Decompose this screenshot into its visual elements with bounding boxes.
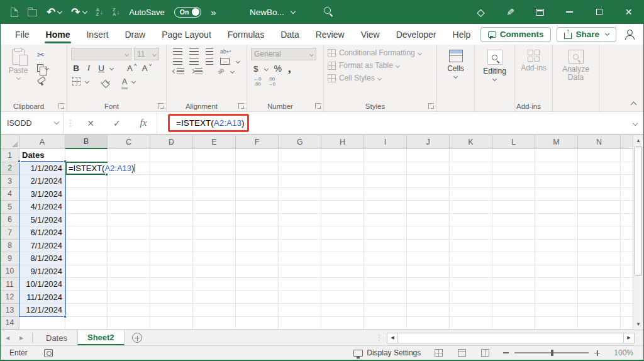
sort-ascending-icon[interactable]: AZ↓ — [96, 6, 103, 18]
cell-L5[interactable] — [492, 201, 535, 214]
maximize-button[interactable] — [584, 0, 614, 24]
cell-H2[interactable] — [321, 162, 364, 175]
row-header-2[interactable]: 2 — [1, 162, 19, 175]
cell-H6[interactable] — [321, 214, 364, 227]
cell-H7[interactable] — [321, 226, 364, 240]
cell-D7[interactable] — [150, 226, 193, 240]
zoom-level[interactable]: 100% — [614, 348, 633, 357]
cell-N7[interactable] — [578, 226, 621, 240]
cell-B6[interactable] — [65, 214, 108, 227]
cell-A14[interactable] — [19, 317, 65, 330]
scroll-right-icon[interactable]: ▶ — [623, 333, 635, 343]
comma-style-button[interactable] — [288, 65, 291, 72]
cell-F6[interactable] — [236, 214, 279, 227]
cell-H4[interactable] — [321, 188, 364, 201]
cell-I2[interactable] — [364, 162, 407, 175]
number-format-select[interactable]: General — [251, 48, 316, 60]
sheet-next-icon[interactable]: ▶ — [14, 330, 28, 345]
cell-I6[interactable] — [364, 214, 407, 227]
select-all-corner[interactable] — [1, 135, 19, 149]
cell-F5[interactable] — [236, 201, 279, 214]
cell-C7[interactable] — [108, 226, 150, 240]
cell-J11[interactable] — [407, 278, 450, 291]
cell-K12[interactable] — [450, 291, 492, 304]
cell-A10[interactable]: 9/1/2024 — [19, 265, 65, 279]
percent-button[interactable]: % — [274, 64, 282, 74]
ribbon-display-options-icon[interactable] — [525, 0, 555, 24]
number-dialog-launcher-icon[interactable] — [315, 103, 321, 109]
scroll-up-icon[interactable]: ▲ — [633, 135, 643, 146]
cell-E9[interactable] — [193, 252, 236, 265]
alignment-dialog-launcher-icon[interactable] — [238, 103, 244, 109]
ribbon-tab-insert[interactable]: Insert — [78, 24, 116, 45]
cell-F9[interactable] — [236, 252, 279, 265]
name-box[interactable]: ISODD — [1, 112, 64, 134]
cell-N14[interactable] — [578, 317, 621, 330]
cells-button[interactable]: Cells — [441, 48, 470, 78]
cell-D13[interactable] — [150, 304, 193, 317]
cell-B7[interactable] — [65, 226, 108, 240]
cell-M10[interactable] — [535, 265, 578, 279]
cell-I1[interactable] — [364, 149, 407, 162]
column-header-N[interactable]: N — [578, 135, 621, 149]
cell-I13[interactable] — [364, 304, 407, 317]
formula-input[interactable]: =ISTEXT(A2:A13) — [157, 112, 627, 134]
cell-J7[interactable] — [407, 226, 450, 240]
cell-C5[interactable] — [108, 201, 150, 214]
row-header-1[interactable]: 1 — [1, 149, 19, 162]
wrap-text-icon[interactable] — [220, 48, 231, 55]
cell-G7[interactable] — [279, 226, 321, 240]
cell-K4[interactable] — [450, 188, 492, 201]
scroll-left-icon[interactable]: ◀ — [387, 333, 398, 343]
decrease-decimal-icon[interactable] — [267, 77, 275, 86]
ribbon-tab-home[interactable]: Home — [38, 24, 79, 45]
column-header-C[interactable]: C — [108, 135, 150, 149]
orientation-dropdown-icon[interactable] — [230, 69, 235, 73]
row-header-3[interactable]: 3 — [1, 175, 19, 188]
cell-H14[interactable] — [321, 317, 364, 330]
cell-B12[interactable] — [65, 291, 108, 304]
qat-overflow-icon[interactable]: » — [211, 7, 215, 18]
cell-J14[interactable] — [407, 317, 450, 330]
align-right-icon[interactable] — [206, 58, 213, 65]
styles-dialog-launcher-icon[interactable] — [428, 103, 434, 109]
increase-indent-icon[interactable] — [191, 68, 203, 74]
cell-K9[interactable] — [450, 252, 492, 265]
cell-B5[interactable] — [65, 201, 108, 214]
cell-G4[interactable] — [279, 188, 321, 201]
cell-F12[interactable] — [236, 291, 279, 304]
macro-record-icon[interactable] — [44, 349, 53, 357]
cell-N10[interactable] — [578, 265, 621, 279]
cell-J3[interactable] — [407, 175, 450, 188]
cell-D11[interactable] — [150, 278, 193, 291]
cell-A7[interactable]: 6/1/2024 — [19, 226, 65, 240]
cell-B14[interactable] — [65, 317, 108, 330]
cell-I7[interactable] — [364, 226, 407, 240]
column-header-I[interactable]: I — [364, 135, 407, 149]
document-title[interactable]: NewBo... — [250, 0, 295, 24]
cell-G11[interactable] — [279, 278, 321, 291]
column-header-D[interactable]: D — [150, 135, 193, 149]
page-layout-view-icon[interactable] — [458, 349, 466, 357]
cell-H10[interactable] — [321, 265, 364, 279]
cell-K11[interactable] — [450, 278, 492, 291]
horizontal-scrollbar[interactable]: ◀ ▶ — [387, 330, 643, 345]
cell-G14[interactable] — [279, 317, 321, 330]
cell-J6[interactable] — [407, 214, 450, 227]
row-header-11[interactable]: 11 — [1, 278, 19, 291]
scroll-down-icon[interactable]: ▼ — [633, 319, 643, 330]
cell-A9[interactable]: 8/1/2024 — [19, 252, 65, 265]
underline-button[interactable]: U — [97, 64, 105, 73]
normal-view-icon[interactable] — [435, 349, 443, 357]
cell-C12[interactable] — [108, 291, 150, 304]
addins-button[interactable]: Add-ins — [519, 48, 548, 72]
cell-N5[interactable] — [578, 201, 621, 214]
cell-E5[interactable] — [193, 201, 236, 214]
cell-F3[interactable] — [236, 175, 279, 188]
row-header-14[interactable]: 14 — [1, 317, 19, 330]
cell-G1[interactable] — [279, 149, 321, 162]
cell-A8[interactable]: 7/1/2024 — [19, 240, 65, 253]
cell-K14[interactable] — [450, 317, 492, 330]
cell-M3[interactable] — [535, 175, 578, 188]
cell-H8[interactable] — [321, 240, 364, 253]
